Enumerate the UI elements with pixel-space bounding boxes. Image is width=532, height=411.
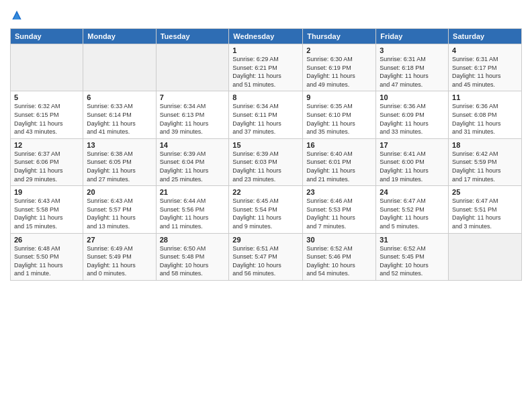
calendar-cell: 25Sunrise: 6:47 AM Sunset: 5:51 PM Dayli… — [449, 186, 522, 233]
day-info: Sunrise: 6:47 AM Sunset: 5:52 PM Dayligh… — [380, 197, 445, 230]
calendar-cell: 7Sunrise: 6:34 AM Sunset: 6:13 PM Daylig… — [156, 91, 229, 138]
calendar-cell — [449, 233, 522, 280]
calendar-cell: 3Sunrise: 6:31 AM Sunset: 6:18 PM Daylig… — [376, 44, 449, 91]
calendar-cell: 23Sunrise: 6:46 AM Sunset: 5:53 PM Dayli… — [303, 186, 376, 233]
calendar-cell: 20Sunrise: 6:43 AM Sunset: 5:57 PM Dayli… — [83, 186, 156, 233]
calendar-cell — [11, 44, 83, 91]
calendar-cell: 6Sunrise: 6:33 AM Sunset: 6:14 PM Daylig… — [83, 91, 156, 138]
day-info: Sunrise: 6:29 AM Sunset: 6:21 PM Dayligh… — [232, 55, 299, 89]
day-info: Sunrise: 6:33 AM Sunset: 6:14 PM Dayligh… — [87, 102, 152, 136]
weekday-header-row: SundayMondayTuesdayWednesdayThursdayFrid… — [11, 29, 522, 44]
day-info: Sunrise: 6:52 AM Sunset: 5:45 PM Dayligh… — [380, 244, 445, 278]
calendar-cell — [83, 44, 156, 91]
day-number: 5 — [14, 93, 79, 101]
calendar-cell: 29Sunrise: 6:51 AM Sunset: 5:47 PM Dayli… — [229, 233, 303, 280]
day-number: 6 — [87, 93, 152, 101]
day-number: 4 — [452, 46, 518, 54]
logo-icon — [10, 9, 24, 23]
day-number: 18 — [452, 141, 518, 149]
day-number: 15 — [232, 141, 299, 149]
day-info: Sunrise: 6:40 AM Sunset: 6:01 PM Dayligh… — [306, 150, 372, 183]
day-info: Sunrise: 6:46 AM Sunset: 5:53 PM Dayligh… — [306, 197, 372, 230]
weekday-header-monday: Monday — [83, 29, 156, 44]
day-number: 16 — [306, 141, 372, 149]
day-info: Sunrise: 6:31 AM Sunset: 6:18 PM Dayligh… — [380, 55, 445, 89]
weekday-header-wednesday: Wednesday — [229, 29, 303, 44]
day-info: Sunrise: 6:34 AM Sunset: 6:11 PM Dayligh… — [232, 102, 299, 136]
day-info: Sunrise: 6:50 AM Sunset: 5:48 PM Dayligh… — [160, 244, 226, 278]
day-info: Sunrise: 6:36 AM Sunset: 6:09 PM Dayligh… — [380, 102, 445, 136]
calendar-cell: 8Sunrise: 6:34 AM Sunset: 6:11 PM Daylig… — [229, 91, 303, 138]
calendar-cell: 30Sunrise: 6:52 AM Sunset: 5:46 PM Dayli… — [303, 233, 376, 280]
day-info: Sunrise: 6:34 AM Sunset: 6:13 PM Dayligh… — [160, 102, 226, 136]
calendar-cell: 1Sunrise: 6:29 AM Sunset: 6:21 PM Daylig… — [229, 44, 303, 91]
day-info: Sunrise: 6:52 AM Sunset: 5:46 PM Dayligh… — [306, 244, 372, 278]
day-number: 20 — [87, 188, 152, 196]
day-number: 26 — [14, 236, 79, 244]
day-number: 14 — [160, 141, 226, 149]
calendar-cell: 24Sunrise: 6:47 AM Sunset: 5:52 PM Dayli… — [376, 186, 449, 233]
calendar-cell: 28Sunrise: 6:50 AM Sunset: 5:48 PM Dayli… — [156, 233, 229, 280]
header — [10, 7, 522, 23]
day-number: 13 — [87, 141, 152, 149]
calendar-cell: 2Sunrise: 6:30 AM Sunset: 6:19 PM Daylig… — [303, 44, 376, 91]
calendar-cell: 26Sunrise: 6:48 AM Sunset: 5:50 PM Dayli… — [11, 233, 83, 280]
day-number: 30 — [306, 236, 372, 244]
weekday-header-saturday: Saturday — [449, 29, 522, 44]
calendar-cell: 31Sunrise: 6:52 AM Sunset: 5:45 PM Dayli… — [376, 233, 449, 280]
calendar-cell: 11Sunrise: 6:36 AM Sunset: 6:08 PM Dayli… — [449, 91, 522, 138]
day-number: 8 — [232, 93, 299, 101]
calendar-cell: 14Sunrise: 6:39 AM Sunset: 6:04 PM Dayli… — [156, 138, 229, 185]
calendar-cell: 9Sunrise: 6:35 AM Sunset: 6:10 PM Daylig… — [303, 91, 376, 138]
calendar-cell: 4Sunrise: 6:31 AM Sunset: 6:17 PM Daylig… — [449, 44, 522, 91]
day-number: 19 — [14, 188, 79, 196]
weekday-header-friday: Friday — [376, 29, 449, 44]
day-number: 24 — [380, 188, 445, 196]
calendar-cell: 16Sunrise: 6:40 AM Sunset: 6:01 PM Dayli… — [303, 138, 376, 185]
calendar-cell: 19Sunrise: 6:43 AM Sunset: 5:58 PM Dayli… — [11, 186, 83, 233]
logo — [10, 9, 26, 23]
weekday-header-sunday: Sunday — [11, 29, 83, 44]
week-row-5: 26Sunrise: 6:48 AM Sunset: 5:50 PM Dayli… — [11, 233, 522, 280]
calendar-cell: 27Sunrise: 6:49 AM Sunset: 5:49 PM Dayli… — [83, 233, 156, 280]
calendar-cell: 13Sunrise: 6:38 AM Sunset: 6:05 PM Dayli… — [83, 138, 156, 185]
day-number: 28 — [160, 236, 226, 244]
day-number: 23 — [306, 188, 372, 196]
day-info: Sunrise: 6:39 AM Sunset: 6:04 PM Dayligh… — [160, 150, 226, 183]
day-info: Sunrise: 6:35 AM Sunset: 6:10 PM Dayligh… — [306, 102, 372, 136]
day-number: 9 — [306, 93, 372, 101]
day-info: Sunrise: 6:39 AM Sunset: 6:03 PM Dayligh… — [232, 150, 299, 183]
day-info: Sunrise: 6:48 AM Sunset: 5:50 PM Dayligh… — [14, 244, 79, 278]
calendar-cell — [156, 44, 229, 91]
page: SundayMondayTuesdayWednesdayThursdayFrid… — [0, 0, 532, 411]
calendar-cell: 15Sunrise: 6:39 AM Sunset: 6:03 PM Dayli… — [229, 138, 303, 185]
day-number: 7 — [160, 93, 226, 101]
calendar-table: SundayMondayTuesdayWednesdayThursdayFrid… — [10, 28, 522, 281]
day-number: 17 — [380, 141, 445, 149]
calendar-cell: 12Sunrise: 6:37 AM Sunset: 6:06 PM Dayli… — [11, 138, 83, 185]
day-info: Sunrise: 6:30 AM Sunset: 6:19 PM Dayligh… — [306, 55, 372, 89]
weekday-header-thursday: Thursday — [303, 29, 376, 44]
day-info: Sunrise: 6:31 AM Sunset: 6:17 PM Dayligh… — [452, 55, 518, 89]
day-number: 1 — [232, 46, 299, 54]
day-info: Sunrise: 6:38 AM Sunset: 6:05 PM Dayligh… — [87, 150, 152, 183]
day-number: 22 — [232, 188, 299, 196]
day-number: 3 — [380, 46, 445, 54]
day-info: Sunrise: 6:44 AM Sunset: 5:56 PM Dayligh… — [160, 197, 226, 230]
day-info: Sunrise: 6:43 AM Sunset: 5:58 PM Dayligh… — [14, 197, 79, 230]
day-number: 27 — [87, 236, 152, 244]
day-number: 29 — [232, 236, 299, 244]
day-info: Sunrise: 6:37 AM Sunset: 6:06 PM Dayligh… — [14, 150, 79, 183]
day-info: Sunrise: 6:36 AM Sunset: 6:08 PM Dayligh… — [452, 102, 518, 136]
day-info: Sunrise: 6:49 AM Sunset: 5:49 PM Dayligh… — [87, 244, 152, 278]
calendar-cell: 18Sunrise: 6:42 AM Sunset: 5:59 PM Dayli… — [449, 138, 522, 185]
calendar-cell: 10Sunrise: 6:36 AM Sunset: 6:09 PM Dayli… — [376, 91, 449, 138]
weekday-header-tuesday: Tuesday — [156, 29, 229, 44]
day-number: 12 — [14, 141, 79, 149]
week-row-1: 1Sunrise: 6:29 AM Sunset: 6:21 PM Daylig… — [11, 44, 522, 91]
week-row-3: 12Sunrise: 6:37 AM Sunset: 6:06 PM Dayli… — [11, 138, 522, 185]
week-row-4: 19Sunrise: 6:43 AM Sunset: 5:58 PM Dayli… — [11, 186, 522, 233]
day-number: 2 — [306, 46, 372, 54]
day-number: 10 — [380, 93, 445, 101]
week-row-2: 5Sunrise: 6:32 AM Sunset: 6:15 PM Daylig… — [11, 91, 522, 138]
